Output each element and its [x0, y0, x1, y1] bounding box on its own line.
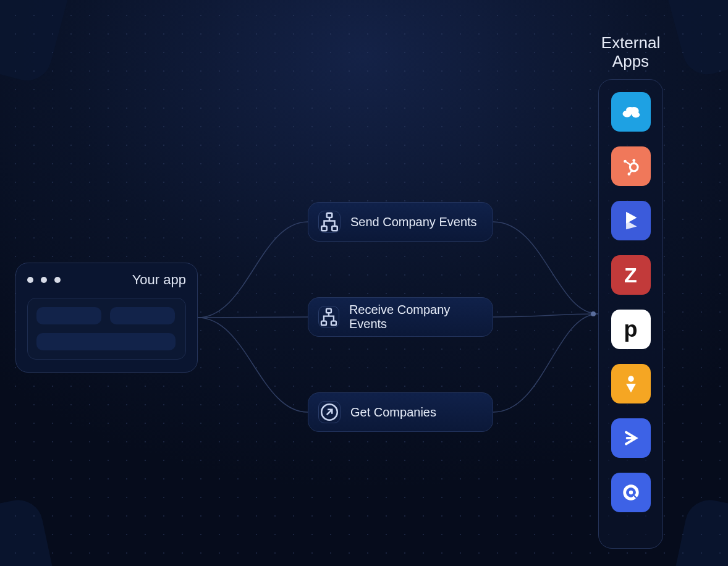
- your-app-card: Your app: [15, 263, 198, 373]
- window-dot-icon: [27, 277, 33, 283]
- action-receive-company-events[interactable]: Receive Company Events: [308, 297, 493, 337]
- app-pipedrive[interactable]: p: [611, 310, 651, 349]
- svg-point-10: [626, 107, 634, 113]
- svg-rect-5: [321, 321, 326, 326]
- sitemap-icon: [318, 306, 339, 328]
- arrow-out-icon: [318, 401, 341, 423]
- diagram-canvas: Your app Send Company Events: [0, 0, 728, 566]
- app-salesforce[interactable]: [611, 92, 651, 132]
- app-hubspot[interactable]: [611, 146, 651, 186]
- window-dot-icon: [54, 277, 61, 283]
- action-get-companies[interactable]: Get Companies: [308, 392, 493, 432]
- action-label: Get Companies: [350, 405, 436, 420]
- app-copper[interactable]: [611, 364, 651, 403]
- placeholder-bar: [36, 333, 176, 350]
- your-app-title: Your app: [132, 272, 186, 288]
- external-apps-title: External Apps: [598, 34, 663, 71]
- action-label: Send Company Events: [350, 215, 477, 229]
- placeholder-bar: [110, 307, 175, 324]
- window-dot-icon: [41, 277, 47, 283]
- sitemap-icon: [318, 211, 341, 233]
- svg-rect-3: [332, 226, 337, 230]
- svg-point-16: [628, 376, 634, 382]
- svg-point-12: [630, 163, 638, 171]
- svg-rect-1: [327, 213, 332, 218]
- placeholder-bar: [36, 307, 101, 324]
- svg-point-0: [591, 311, 596, 316]
- action-label: Receive Company Events: [349, 303, 483, 331]
- svg-point-17: [629, 491, 632, 494]
- app-freshsales[interactable]: [611, 473, 651, 512]
- svg-rect-6: [331, 321, 336, 326]
- app-dynamics[interactable]: [611, 201, 651, 240]
- external-apps-column: Z p: [598, 79, 663, 549]
- svg-point-11: [632, 112, 640, 118]
- window-controls: [27, 277, 61, 283]
- svg-rect-2: [321, 226, 327, 230]
- action-send-company-events[interactable]: Send Company Events: [308, 202, 493, 242]
- app-zoho[interactable]: Z: [611, 255, 651, 295]
- svg-rect-4: [326, 309, 331, 313]
- app-activecampaign[interactable]: [611, 418, 651, 458]
- your-app-body: [27, 298, 186, 360]
